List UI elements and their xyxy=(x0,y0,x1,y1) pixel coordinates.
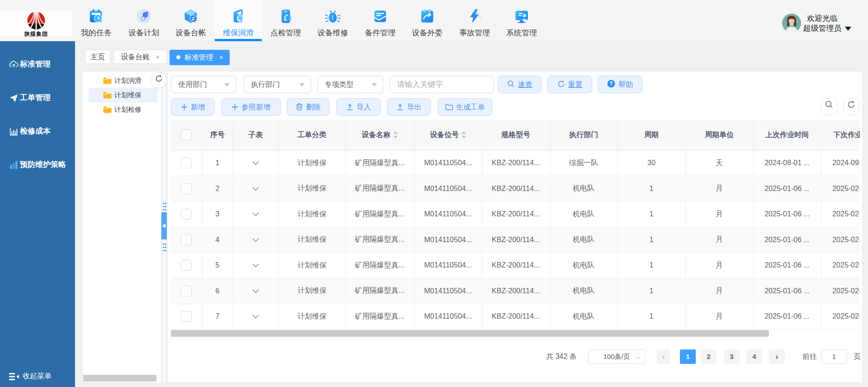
svg-text:?: ? xyxy=(609,81,613,87)
